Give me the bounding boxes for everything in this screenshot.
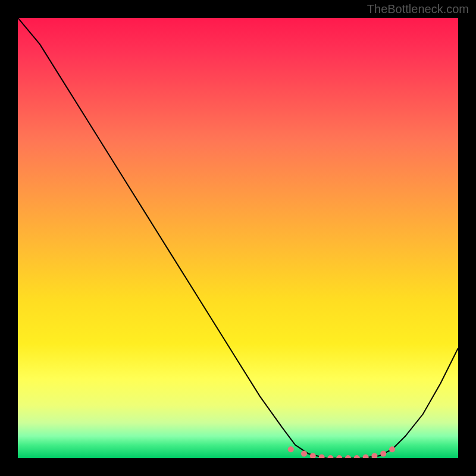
valley-marker xyxy=(288,446,294,452)
valley-marker xyxy=(354,455,360,458)
valley-marker xyxy=(345,455,351,458)
curve-line xyxy=(18,18,458,458)
valley-marker xyxy=(363,455,369,459)
valley-marker xyxy=(327,455,333,458)
valley-marker xyxy=(301,451,307,457)
valley-marker xyxy=(319,455,325,459)
chart-curve xyxy=(18,18,458,458)
valley-marker xyxy=(371,453,377,458)
valley-marker xyxy=(380,451,386,457)
valley-marker xyxy=(389,446,395,452)
valley-marker xyxy=(336,455,342,458)
watermark-text: TheBottleneck.com xyxy=(367,2,469,16)
